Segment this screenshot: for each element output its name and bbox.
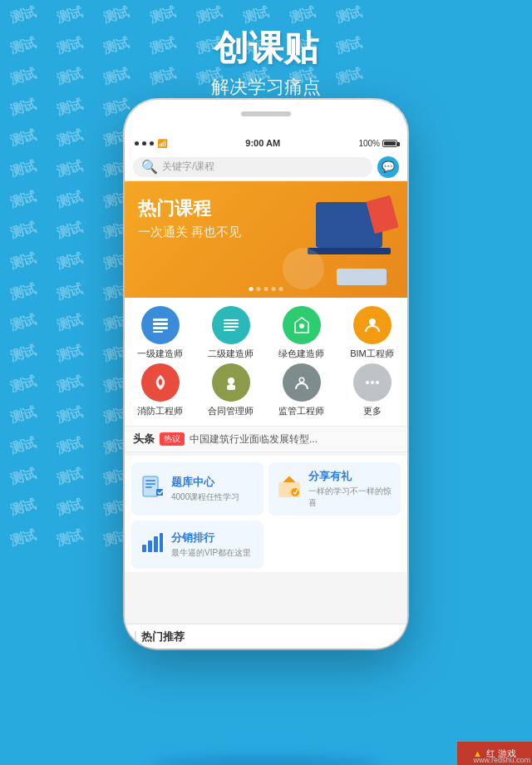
- distribute-title: 分销排行: [171, 531, 251, 545]
- feature-card-distribute[interactable]: 分销排行 最牛逼的VIP都在这里: [131, 521, 264, 569]
- cat-label-7: 监管工程师: [278, 405, 324, 417]
- category-item-2[interactable]: 二级建造师: [202, 306, 260, 360]
- banner-text: 热门课程 一次通关 再也不见: [138, 198, 241, 240]
- banner-dots: [249, 287, 283, 291]
- banner[interactable]: 热门课程 一次通关 再也不见: [125, 181, 407, 298]
- search-input-container[interactable]: 🔍 关键字/课程: [133, 157, 372, 177]
- status-battery-area: 100%: [358, 139, 397, 148]
- cat-icon-4: [353, 306, 392, 344]
- app-title-area: 创课贴 解决学习痛点: [0, 25, 532, 100]
- status-bar: 📶 9:00 AM 100%: [125, 133, 407, 153]
- svg-rect-5: [224, 323, 239, 324]
- banner-dot-2[interactable]: [257, 287, 261, 291]
- cat-label-4: BIM工程师: [350, 348, 394, 360]
- banner-dot-1[interactable]: [249, 287, 254, 291]
- svg-point-17: [376, 381, 379, 384]
- svg-point-16: [371, 381, 374, 384]
- feature-card-distribute-text: 分销排行 最牛逼的VIP都在这里: [171, 531, 251, 559]
- bottom-nav-label: 热门推荐: [141, 629, 185, 644]
- banner-decoration: [274, 181, 407, 298]
- feature-card-share[interactable]: 分享有礼 一样的学习不一样的惊喜: [268, 462, 401, 516]
- feature-card-share-text: 分享有礼 一样的学习不一样的惊喜: [308, 469, 392, 509]
- svg-rect-3: [153, 331, 163, 333]
- share-title: 分享有礼: [308, 469, 392, 484]
- svg-rect-6: [224, 326, 239, 328]
- distribute-desc: 最牛逼的VIP都在这里: [171, 547, 251, 559]
- category-item-6[interactable]: 合同管理师: [202, 363, 260, 417]
- svg-point-14: [300, 378, 303, 382]
- svg-rect-2: [153, 327, 168, 329]
- tiku-desc: 4000课程任性学习: [171, 491, 239, 503]
- phone-screen: 📶 9:00 AM 100% 🔍 关键字/课程 💬 热门课程: [125, 133, 407, 649]
- chat-icon[interactable]: 💬: [377, 156, 399, 178]
- category-item-4[interactable]: BIM工程师: [343, 306, 401, 360]
- cat-label-more: 更多: [363, 405, 382, 417]
- cat-icon-6: [212, 363, 250, 402]
- search-placeholder: 关键字/课程: [162, 160, 214, 174]
- cat-icon-more: [353, 363, 392, 402]
- feature-card-tiku-icon: [140, 474, 165, 505]
- svg-rect-4: [224, 319, 239, 321]
- svg-rect-0: [153, 318, 168, 321]
- share-desc: 一样的学习不一样的惊喜: [308, 486, 392, 509]
- corner-badge: ▲ 红 游戏 www.redshu.com: [457, 742, 532, 765]
- category-row-1: 一级建造师 二级建造师: [125, 306, 407, 360]
- cat-label-6: 合同管理师: [208, 405, 254, 417]
- battery-percent: 100%: [358, 139, 380, 148]
- cat-icon-3: [283, 306, 321, 344]
- category-item-3[interactable]: 绿色建造师: [273, 306, 331, 360]
- ticker-head-label: 头条: [133, 432, 155, 447]
- app-subtitle: 解决学习痛点: [0, 75, 532, 100]
- svg-rect-7: [224, 329, 235, 331]
- tiku-title: 题库中心: [171, 475, 239, 490]
- cat-label-1: 一级建造师: [137, 348, 183, 360]
- svg-rect-26: [148, 540, 152, 552]
- status-signal: 📶: [135, 139, 167, 148]
- svg-rect-27: [154, 536, 158, 552]
- category-item-more[interactable]: 更多: [343, 363, 401, 417]
- feature-card-tiku[interactable]: 题库中心 4000课程任性学习: [131, 462, 264, 516]
- feature-card-tiku-text: 题库中心 4000课程任性学习: [171, 475, 239, 503]
- feature-card-share-icon: [277, 474, 302, 505]
- banner-circle-deco: [283, 248, 324, 289]
- feature-cards-section: 题库中心 4000课程任性学习 分享有礼 一样的学习不一样的惊喜: [125, 456, 407, 572]
- category-row-2: 消防工程师 合同管理师: [125, 363, 407, 417]
- phone-frame: 📶 9:00 AM 100% 🔍 关键字/课程 💬 热门课程: [125, 100, 407, 649]
- svg-point-24: [291, 488, 299, 496]
- svg-point-9: [369, 318, 376, 325]
- signal-dot-2: [142, 141, 146, 146]
- corner-url: www.redshu.com: [473, 756, 530, 764]
- signal-dot-1: [135, 141, 139, 146]
- cat-icon-2: [212, 306, 250, 344]
- banner-dot-4[interactable]: [272, 287, 276, 291]
- banner-title: 热门课程: [138, 198, 241, 220]
- svg-rect-20: [145, 483, 155, 485]
- svg-point-10: [228, 378, 234, 384]
- bottom-divider: [135, 631, 136, 643]
- search-icon: 🔍: [141, 159, 158, 175]
- cat-label-5: 消防工程师: [137, 405, 183, 417]
- svg-rect-25: [142, 545, 146, 552]
- banner-subtitle: 一次通关 再也不见: [138, 225, 241, 240]
- wifi-icon: 📶: [157, 139, 167, 148]
- banner-dot-3[interactable]: [264, 287, 268, 291]
- app-title: 创课贴: [0, 25, 532, 72]
- category-item-1[interactable]: 一级建造师: [131, 306, 190, 360]
- svg-rect-19: [145, 480, 155, 481]
- feature-card-distribute-icon: [140, 530, 165, 560]
- banner-dot-5[interactable]: [279, 287, 283, 291]
- ticker-text: 中国建筑行业面临发展转型...: [190, 432, 399, 447]
- search-bar: 🔍 关键字/课程 💬: [125, 153, 407, 181]
- banner-keyboard-deco: [337, 269, 387, 285]
- svg-rect-1: [153, 323, 168, 325]
- cat-label-3: 绿色建造师: [278, 348, 324, 360]
- news-ticker[interactable]: 头条 热议 中国建筑行业面临发展转型...: [125, 426, 407, 452]
- svg-point-15: [366, 381, 369, 384]
- category-item-7[interactable]: 监管工程师: [273, 363, 331, 417]
- category-item-5[interactable]: 消防工程师: [131, 363, 190, 417]
- phone-speaker: [241, 111, 291, 116]
- signal-dot-3: [150, 141, 154, 146]
- svg-rect-28: [160, 533, 163, 552]
- svg-rect-21: [145, 486, 152, 488]
- cat-icon-5: [141, 363, 180, 402]
